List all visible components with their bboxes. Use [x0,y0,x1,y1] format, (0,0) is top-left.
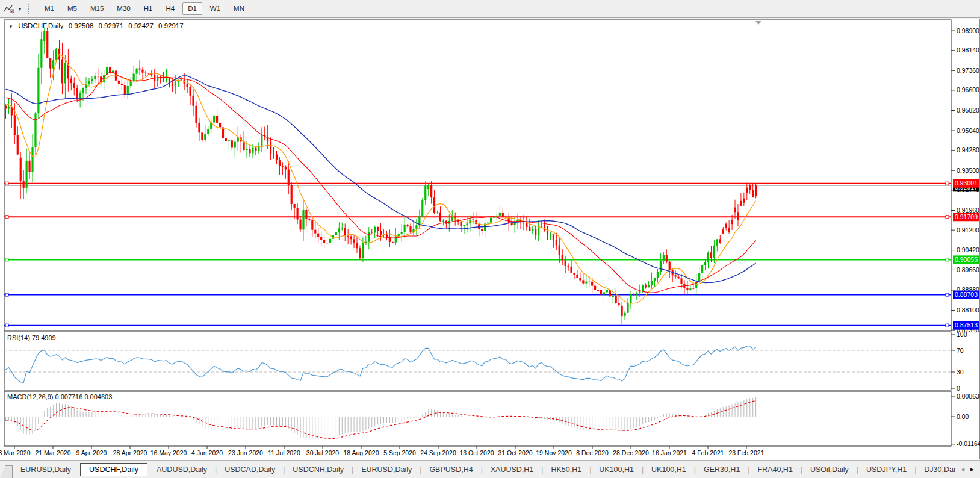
date-tick-label: 31 Oct 2020 [498,449,532,456]
tab-scroll-right-icon[interactable]: ► [969,466,975,473]
candle [273,154,274,154]
tab-usdchf-daily-1[interactable]: USDCHF,Daily [80,463,147,476]
timeframe-button-m30[interactable]: M30 [111,2,135,15]
price-chart-canvas[interactable]: 0.989000.981400.973600.966000.958200.950… [0,19,980,460]
candle [392,242,394,243]
candle [424,186,426,200]
timeframe-button-w1[interactable]: W1 [205,2,226,15]
hline-handle-left[interactable] [5,293,8,296]
date-tick-label: 4 Feb 2021 [692,449,724,456]
candle [82,88,84,93]
candle [603,292,605,294]
candle [31,147,33,172]
tab-eurusd-daily-5[interactable]: EURUSD,Daily [353,463,420,476]
timeframe-button-d1[interactable]: D1 [182,2,202,15]
candle [380,231,382,235]
tab-hk50-h1-8[interactable]: HK50,H1 [543,463,589,476]
candle [61,60,63,84]
candle [341,228,343,229]
hline-handle-right[interactable] [946,324,949,327]
candle [234,142,236,148]
candle [579,278,581,280]
hline-handle-right[interactable] [946,182,949,185]
candle [740,201,742,206]
candle [532,229,533,231]
hline-handle-left[interactable] [5,324,8,327]
tab-usdcnh-daily-4[interactable]: USDCNH,Daily [285,463,352,476]
hline-handle-right[interactable] [946,216,949,219]
candle [216,116,218,123]
date-tick-label: 16 May 2020 [150,449,187,456]
timeframe-button-mn[interactable]: MN [228,2,250,15]
tab-fra40-h1-12[interactable]: FRA40,H1 [749,463,800,476]
candle [91,79,93,81]
hline-handle-left[interactable] [5,258,8,261]
candle [282,166,284,167]
tab-scroll-left-icon[interactable]: ◄ [960,466,966,473]
timeframe-button-m5[interactable]: M5 [62,2,82,15]
candle [538,228,539,235]
candle [624,313,625,316]
candle [219,123,221,128]
candle [701,265,703,273]
tab-audusd-daily-2[interactable]: AUDUSD,Daily [149,463,215,476]
date-tick-label: 19 Nov 2020 [536,449,572,456]
candle [633,294,634,295]
tab-usdjpy-h1-14[interactable]: USDJPY,H1 [858,463,914,476]
tab-gbpusd-h4-6[interactable]: GBPUSD,H4 [421,463,480,476]
top-toolbar: ▾ M1M5M15M30H1H4D1W1MN [0,0,980,18]
candle [88,81,90,84]
candle [76,88,78,100]
tab-usoil-daily-13[interactable]: USOil,Daily [802,463,857,476]
macd-label: MACD(12,26,9) 0.007716 0.004603 [7,393,112,400]
date-tick-label: 8 Dec 2020 [576,449,609,456]
candle [490,218,492,223]
collapse-caret-icon[interactable]: ▼ [8,24,13,29]
macd-tick-label: -0.011649 [957,440,980,447]
chart-object-tool-icon[interactable] [2,3,16,15]
candle [14,116,16,135]
candle [675,275,677,276]
candle [734,208,736,213]
candle [26,161,28,188]
candle [627,303,628,313]
tab-eurusd-daily-0[interactable]: EURUSD,Daily [13,463,79,476]
candle [686,288,688,290]
candle [719,239,721,243]
candle [320,237,322,240]
candle [141,70,143,73]
candle [175,82,176,87]
candle [692,288,694,289]
candle [728,228,730,232]
tab-xauusd-h1-7[interactable]: XAUUSD,H1 [483,463,542,476]
date-tick-label: 4 Jun 2020 [191,449,223,456]
timeframe-button-h1[interactable]: H1 [138,2,158,15]
tool-dropdown-caret-icon[interactable]: ▾ [16,6,24,12]
rsi-tick-label: 70 [957,347,964,354]
price-tick-label: 0.93500 [957,167,979,174]
candle [94,76,96,79]
timeframe-button-h4[interactable]: H4 [160,2,180,15]
timeframe-button-m15[interactable]: M15 [85,2,109,15]
candle [689,288,691,290]
candle [630,294,631,303]
hline-handle-right[interactable] [946,293,949,296]
candle [20,158,22,181]
tab-usdcad-daily-3[interactable]: USDCAD,Daily [217,463,283,476]
candle [228,140,230,141]
candle [707,252,709,262]
tab-uk100-h1-9[interactable]: UK100,H1 [591,463,642,476]
candle [52,60,54,68]
main-panel-frame [4,20,951,331]
hline-handle-left[interactable] [5,182,8,185]
hline-handle-right[interactable] [946,258,949,261]
candle [451,217,453,221]
tab-uk100-h1-10[interactable]: UK100,H1 [644,463,694,476]
timeframe-button-m1[interactable]: M1 [39,2,60,15]
tab-scroll-arrows: ◄► [955,461,980,478]
candle [657,272,659,278]
tab-ger30-h1-11[interactable]: GER30,H1 [696,463,748,476]
hline-handle-left[interactable] [5,216,8,219]
candle [743,198,745,202]
ohlc-low: 0.92427 [128,22,154,29]
